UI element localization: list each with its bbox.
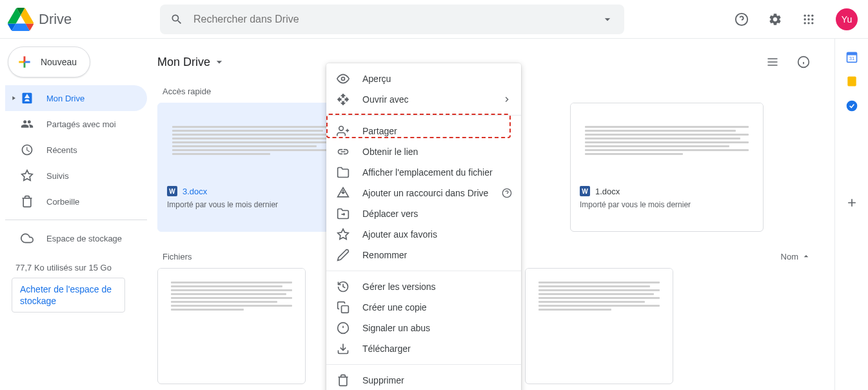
ctx-make-copy[interactable]: Créer une copie <box>326 297 521 318</box>
eye-icon <box>337 72 350 85</box>
file-preview <box>158 103 350 180</box>
sidebar-item-trash[interactable]: Corbeille <box>5 189 147 214</box>
sidebar-item-storage[interactable]: Espace de stockage <box>5 225 147 251</box>
my-drive-icon <box>21 92 34 105</box>
tasks-addon[interactable] <box>845 99 858 112</box>
ctx-download[interactable]: Télécharger <box>326 338 521 359</box>
folder-icon <box>337 166 350 179</box>
docx-icon: W <box>167 186 177 196</box>
star-icon <box>21 169 34 182</box>
app-title: Drive <box>39 11 72 28</box>
sidebar: Nouveau Mon Drive Partagés avec moi Réce… <box>0 39 152 390</box>
sidebar-item-label: Partagés avec moi <box>46 119 116 129</box>
details-button[interactable] <box>791 49 816 75</box>
apps-grid-icon <box>802 13 815 26</box>
star-icon <box>337 228 350 241</box>
svg-point-20 <box>339 127 344 131</box>
svg-point-18 <box>846 101 857 112</box>
svg-point-7 <box>804 22 806 24</box>
rename-icon <box>337 249 350 262</box>
sidebar-item-label: Récents <box>46 145 77 155</box>
report-icon <box>337 322 350 334</box>
ctx-separator <box>326 271 521 271</box>
history-icon <box>337 280 350 293</box>
move-icon <box>337 207 350 220</box>
files-label: Fichiers <box>163 252 192 262</box>
side-panel: 31 <box>834 39 868 390</box>
tasks-icon <box>845 99 858 112</box>
help-icon[interactable] <box>502 188 512 198</box>
search-input[interactable] <box>183 14 601 25</box>
storage-usage-text: 77,7 Ko utilisés sur 15 Go <box>15 263 147 272</box>
copy-icon <box>337 301 350 314</box>
recent-icon <box>21 143 34 156</box>
file-card[interactable] <box>157 268 306 384</box>
help-button[interactable] <box>729 6 755 32</box>
settings-button[interactable] <box>762 6 788 32</box>
sort-button[interactable]: Nom <box>781 251 811 262</box>
svg-point-8 <box>807 22 809 24</box>
file-card[interactable] <box>525 268 673 384</box>
sidebar-item-label: Corbeille <box>46 197 79 207</box>
search-dropdown-icon[interactable] <box>601 13 614 26</box>
buy-storage-button[interactable]: Acheter de l'espace de stockage <box>12 278 125 313</box>
ctx-get-link[interactable]: Obtenir le lien <box>326 141 521 162</box>
ctx-manage-versions[interactable]: Gérer les versions <box>326 276 521 297</box>
person-add-icon <box>337 125 350 138</box>
breadcrumb[interactable]: Mon Drive <box>157 56 210 69</box>
plus-icon <box>845 196 858 209</box>
svg-marker-25 <box>338 229 349 240</box>
ctx-report-abuse[interactable]: Signaler un abus <box>326 318 521 338</box>
info-icon <box>797 56 810 68</box>
ctx-show-location[interactable]: Afficher l'emplacement du fichier <box>326 162 521 183</box>
ctx-open-with[interactable]: Ouvrir avec <box>326 89 521 110</box>
sidebar-item-shared[interactable]: Partagés avec moi <box>5 111 147 137</box>
file-card[interactable]: W1.docx Importé par vous le mois dernier <box>570 103 764 232</box>
sidebar-item-label: Suivis <box>46 171 69 181</box>
svg-rect-17 <box>847 77 856 87</box>
ctx-add-shortcut[interactable]: Ajouter un raccourci dans Drive <box>326 183 521 203</box>
svg-text:31: 31 <box>849 56 854 61</box>
context-menu: Aperçu Ouvrir avec Partager Obtenir le l… <box>326 63 521 390</box>
file-name: 1.docx <box>595 187 620 196</box>
new-button-label: Nouveau <box>41 57 77 67</box>
ctx-separator <box>326 364 521 365</box>
ctx-add-star[interactable]: Ajouter aux favoris <box>326 224 521 245</box>
ctx-move-to[interactable]: Déplacer vers <box>326 203 521 224</box>
docx-icon: W <box>580 186 590 196</box>
ctx-rename[interactable]: Renommer <box>326 245 521 265</box>
ctx-preview[interactable]: Aperçu <box>326 68 521 89</box>
link-icon <box>337 145 350 158</box>
ctx-delete[interactable]: Supprimer <box>326 370 521 390</box>
open-with-icon <box>337 93 350 106</box>
avatar[interactable]: Yu <box>836 8 858 30</box>
list-view-button[interactable] <box>760 49 785 75</box>
apps-button[interactable] <box>796 6 822 32</box>
sidebar-item-starred[interactable]: Suivis <box>5 163 147 189</box>
svg-point-6 <box>811 18 813 20</box>
keep-addon[interactable] <box>845 75 858 88</box>
chevron-down-icon[interactable] <box>213 56 226 68</box>
sidebar-item-label: Mon Drive <box>46 94 84 103</box>
drive-logo-icon <box>8 6 34 32</box>
calendar-addon[interactable]: 31 <box>845 50 858 63</box>
search-bar[interactable] <box>160 5 624 34</box>
header-right: Yu <box>729 6 860 32</box>
file-card[interactable]: W3.docx Importé par vous le mois dernier <box>157 103 351 232</box>
ctx-separator <box>326 115 521 116</box>
download-icon <box>337 342 350 355</box>
delete-icon <box>337 374 350 387</box>
file-preview <box>571 103 763 180</box>
ctx-share[interactable]: Partager <box>326 121 521 141</box>
new-button[interactable]: Nouveau <box>8 46 90 77</box>
file-subtitle: Importé par vous le mois dernier <box>167 200 341 209</box>
app-header: Drive Yu <box>0 0 868 39</box>
file-name: 3.docx <box>182 187 207 196</box>
sidebar-item-recent[interactable]: Récents <box>5 137 147 163</box>
help-icon <box>735 12 749 26</box>
drive-shortcut-icon <box>337 187 350 200</box>
sidebar-item-my-drive[interactable]: Mon Drive <box>5 85 147 111</box>
add-addon-button[interactable] <box>845 196 858 209</box>
logo-block[interactable]: Drive <box>8 6 160 32</box>
svg-point-1 <box>804 14 806 16</box>
